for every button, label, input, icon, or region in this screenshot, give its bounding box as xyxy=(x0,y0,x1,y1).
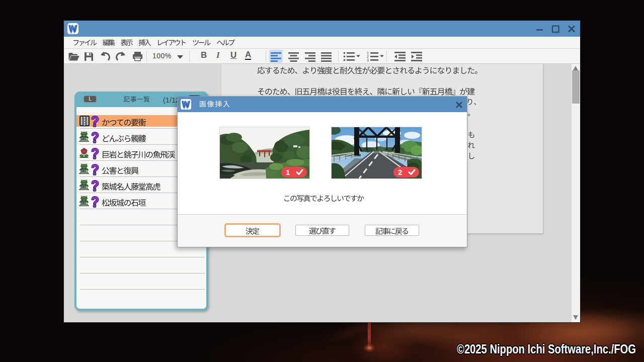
svg-text:3: 3 xyxy=(367,58,369,62)
svg-text:1: 1 xyxy=(367,51,369,55)
svg-text:©2025 Nippon Ichi Software,Inc: ©2025 Nippon Ichi Software,Inc./FOG xyxy=(457,342,636,356)
svg-text:2: 2 xyxy=(367,55,369,58)
